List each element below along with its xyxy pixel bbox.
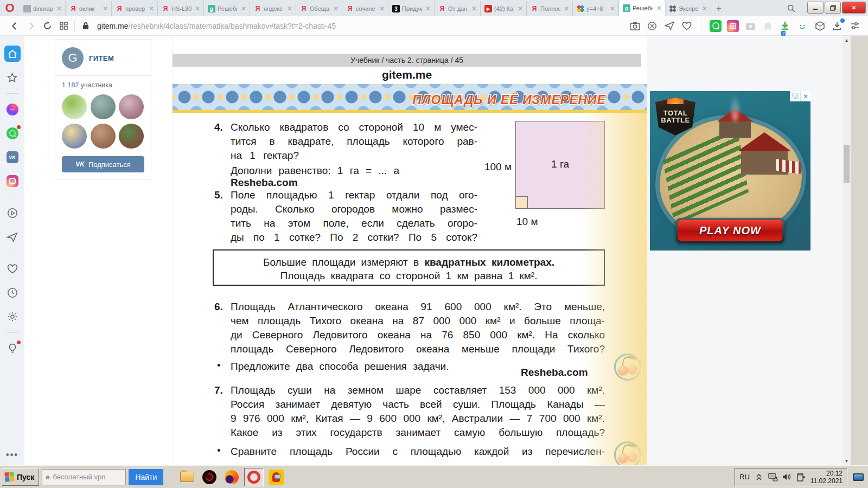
browser-tab[interactable]: Я От дан ✕ xyxy=(435,1,481,16)
ad-close-icon[interactable]: ✕ xyxy=(800,91,810,101)
instagram-icon[interactable] xyxy=(4,173,21,189)
tab-search-icon[interactable] xyxy=(784,2,797,15)
browser-tab[interactable]: Экспре ✕ xyxy=(665,1,711,16)
likes-heart-icon[interactable] xyxy=(4,261,21,277)
browser-tab[interactable]: ▶ (42) Ка ✕ xyxy=(481,1,527,16)
tab-close-icon[interactable]: ✕ xyxy=(609,5,616,12)
bookmarks-star-icon[interactable] xyxy=(4,69,21,86)
group-avatar[interactable]: G xyxy=(62,47,84,69)
browser-tab[interactable]: y=4+8 ✕ xyxy=(573,1,619,16)
settings-sliders-icon[interactable] xyxy=(848,20,860,32)
browser-tab[interactable]: Я Обеща ✕ xyxy=(296,1,342,16)
personal-news-icon[interactable] xyxy=(4,205,21,221)
among-us-icon[interactable] xyxy=(266,468,286,486)
close-button[interactable]: ✕ xyxy=(842,2,866,14)
language-indicator[interactable]: RU xyxy=(739,473,750,481)
play-now-button[interactable]: PLAY NOW xyxy=(676,218,784,243)
bookmark-heart-icon[interactable] xyxy=(681,20,693,32)
firefox-icon[interactable] xyxy=(222,468,241,486)
volume-icon[interactable] xyxy=(782,472,792,482)
tab-close-icon[interactable]: ✕ xyxy=(563,5,570,12)
game-launcher-icon[interactable] xyxy=(200,468,219,486)
scroll-down-icon[interactable]: ▼ xyxy=(843,457,851,465)
adchoices-info-icon[interactable]: ⓘ xyxy=(790,91,800,101)
tab-close-icon[interactable]: ✕ xyxy=(240,5,247,12)
ghost-extension-icon[interactable] xyxy=(762,20,774,32)
vk-icon[interactable]: VK xyxy=(4,149,21,165)
opera-taskbar-icon[interactable] xyxy=(244,468,264,486)
tab-close-icon[interactable]: ✕ xyxy=(332,5,340,12)
tab-close-icon[interactable]: ✕ xyxy=(286,5,293,12)
browser-tab[interactable]: dinorap ✕ xyxy=(20,1,66,16)
browser-tab[interactable]: 3 Придум ✕ xyxy=(388,1,435,16)
network-icon[interactable] xyxy=(768,472,778,482)
browser-tab[interactable]: Я Полное ✕ xyxy=(527,1,573,16)
member-avatar[interactable] xyxy=(62,124,87,149)
settings-gear-icon[interactable] xyxy=(4,309,21,325)
snapshot-camera-icon[interactable] xyxy=(629,20,641,32)
taskbar-search-field[interactable]: e бесплатный vpn xyxy=(42,469,126,485)
tab-close-icon[interactable]: ✕ xyxy=(470,5,478,12)
whatsapp-extension-icon[interactable] xyxy=(710,20,722,32)
smiley-extension-icon[interactable] xyxy=(796,20,808,32)
scrollbar-thumb[interactable] xyxy=(844,145,850,183)
messenger-icon[interactable] xyxy=(4,101,21,118)
tips-lightbulb-icon[interactable] xyxy=(4,341,21,357)
total-battle-ad[interactable]: TOTAL BATTLE PLAY NOW ⓘ ✕ xyxy=(650,91,810,251)
sidebar-more-icon[interactable]: ••• xyxy=(6,450,18,460)
scroll-up-icon[interactable]: ▲ xyxy=(843,36,851,44)
back-icon[interactable] xyxy=(7,18,23,34)
installer-plug-icon[interactable] xyxy=(796,472,806,482)
taskbar-clock[interactable]: 20:12 11.02.2021 xyxy=(810,470,843,485)
reload-icon[interactable] xyxy=(39,18,55,34)
whatsapp-icon[interactable] xyxy=(4,125,21,142)
tab-close-icon[interactable]: ✕ xyxy=(378,5,386,12)
tab-close-icon[interactable]: ✕ xyxy=(516,5,524,12)
breadcrumb[interactable]: Учебник / часть 2. страница / 45 xyxy=(173,54,641,67)
address-bar[interactable]: gitem.me/reshebnik/4class/matematika/bas… xyxy=(97,18,626,34)
tab-close-icon[interactable]: ✕ xyxy=(655,4,663,12)
tab-close-icon[interactable]: ✕ xyxy=(424,5,432,12)
speed-dial-icon[interactable] xyxy=(55,18,72,34)
tab-close-icon[interactable]: ✕ xyxy=(55,5,63,12)
start-button[interactable]: Пуск xyxy=(2,468,39,486)
extension-cube-icon[interactable] xyxy=(814,20,826,32)
file-explorer-icon[interactable] xyxy=(177,468,197,486)
member-avatar[interactable] xyxy=(62,94,87,119)
opera-logo-icon[interactable]: O xyxy=(0,0,20,16)
browser-tab[interactable]: Я оклик ✕ xyxy=(66,1,112,16)
history-clock-icon[interactable] xyxy=(4,285,21,301)
browser-tab[interactable]: g Решебн ✕ xyxy=(204,1,250,16)
tab-close-icon[interactable]: ✕ xyxy=(101,5,109,12)
tray-expand-icon[interactable] xyxy=(754,472,764,482)
member-avatar[interactable] xyxy=(91,124,116,149)
savefrom-arrow-icon[interactable]: ? xyxy=(779,20,791,32)
minimize-button[interactable] xyxy=(807,2,824,14)
browser-tab[interactable]: g Решебн ✕ xyxy=(619,0,665,16)
member-avatar[interactable] xyxy=(91,94,116,119)
adblock-icon[interactable] xyxy=(646,20,658,32)
camera-gray-icon[interactable] xyxy=(744,20,756,32)
find-button[interactable]: Найти xyxy=(129,469,163,485)
browser-tab[interactable]: Я HS-L30 ✕ xyxy=(158,1,204,16)
forward-icon[interactable] xyxy=(23,18,39,34)
group-title[interactable]: ГИТЕМ xyxy=(89,54,114,62)
tab-close-icon[interactable]: ✕ xyxy=(701,5,709,12)
restore-button[interactable] xyxy=(825,2,841,14)
my-flow-send-icon[interactable] xyxy=(663,20,675,32)
tab-close-icon[interactable]: ✕ xyxy=(194,5,201,12)
vk-subscribe-button[interactable]: VK Подписаться xyxy=(62,156,144,172)
tab-close-icon[interactable]: ✕ xyxy=(148,5,155,12)
lock-icon[interactable] xyxy=(78,18,94,34)
member-avatar[interactable] xyxy=(119,124,144,149)
speed-dial-home-icon[interactable] xyxy=(4,46,21,62)
browser-tab[interactable]: Я сочине ✕ xyxy=(342,1,388,16)
my-flow-icon[interactable] xyxy=(4,229,21,245)
member-avatar[interactable] xyxy=(119,94,144,119)
show-desktop-button[interactable] xyxy=(850,469,866,485)
instagram-extension-icon[interactable] xyxy=(727,20,739,32)
new-tab-button[interactable]: + xyxy=(711,1,726,16)
scrollbar[interactable]: ▲ ▼ xyxy=(843,36,851,465)
downloads-icon[interactable] xyxy=(831,20,843,32)
browser-tab[interactable]: Я яндекс ✕ xyxy=(250,1,296,16)
